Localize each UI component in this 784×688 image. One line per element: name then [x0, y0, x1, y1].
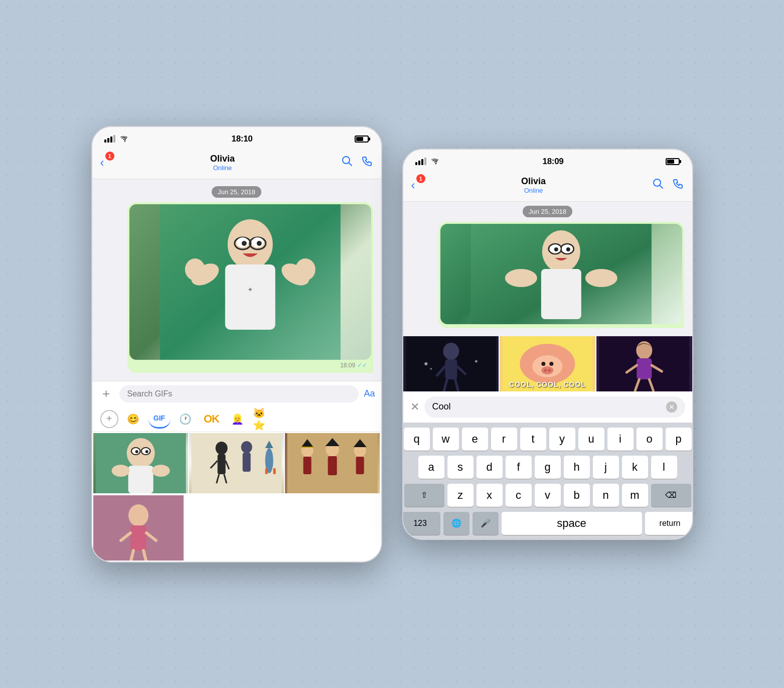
nav-bar-right: ‹ 1 Olivia Online: [403, 172, 692, 202]
key-m[interactable]: m: [622, 484, 648, 507]
wifi-icon: [120, 135, 129, 143]
gif-cell-3[interactable]: [285, 433, 380, 493]
svg-rect-96: [637, 358, 652, 379]
add-tab[interactable]: +: [100, 410, 118, 428]
gif-row-2: [92, 494, 381, 562]
back-button-right[interactable]: ‹ 1: [411, 178, 415, 192]
key-l[interactable]: l: [651, 456, 677, 479]
key-u[interactable]: u: [578, 428, 604, 451]
gif-cell-4[interactable]: [93, 495, 184, 561]
status-right-left: [355, 135, 369, 143]
close-search-button[interactable]: ✕: [410, 400, 419, 414]
back-chevron-icon-right: ‹: [411, 178, 415, 192]
gif-grid-left: [92, 432, 381, 494]
svg-point-75: [443, 343, 459, 360]
key-r[interactable]: r: [491, 428, 517, 451]
key-y[interactable]: y: [549, 428, 575, 451]
key-c[interactable]: c: [506, 484, 532, 507]
status-bar-left: 18:10: [92, 127, 381, 149]
emoji-tab-smiley[interactable]: 😊: [122, 409, 144, 429]
key-g[interactable]: g: [535, 456, 561, 479]
keyboard-row-2: a s d f g h j k l: [405, 456, 690, 479]
svg-rect-40: [265, 468, 267, 474]
svg-rect-41: [273, 468, 275, 474]
key-i[interactable]: i: [607, 428, 634, 451]
delete-key[interactable]: ⌫: [651, 484, 691, 507]
aa-button[interactable]: Aa: [364, 388, 375, 399]
nav-title-right: Olivia Online: [415, 176, 652, 194]
gif-result-1[interactable]: [403, 336, 499, 391]
contact-name-left: Olivia: [104, 154, 341, 164]
key-w[interactable]: w: [433, 428, 459, 451]
key-q[interactable]: q: [404, 428, 430, 451]
key-f[interactable]: f: [506, 456, 532, 479]
search-gif-wrap-right[interactable]: ✕: [424, 396, 685, 418]
clear-search-button[interactable]: ✕: [666, 401, 677, 412]
key-a[interactable]: a: [418, 456, 444, 479]
nav-bar-left: ‹ 1 Olivia Online: [92, 149, 381, 179]
status-bar-right: 18:09: [403, 150, 692, 172]
emoji-tab-gif[interactable]: GIF: [148, 409, 171, 429]
key-p[interactable]: p: [666, 428, 692, 451]
gif-panel-left: + Aa + 😊 GIF 🕐 OK 👱‍♀️ 🐱⭐: [92, 381, 381, 562]
svg-rect-37: [242, 453, 250, 472]
key-j[interactable]: j: [593, 456, 619, 479]
emoji-tab-sticker2[interactable]: 👱‍♀️: [227, 409, 249, 429]
date-badge-left: Jun 25, 2018: [100, 187, 373, 196]
svg-point-21: [111, 465, 129, 477]
search-icon-left[interactable]: [341, 155, 353, 170]
search-gif-input-wrap[interactable]: [119, 385, 359, 402]
search-gif-input[interactable]: [127, 389, 351, 398]
key-v[interactable]: v: [535, 484, 561, 507]
key-d[interactable]: d: [477, 456, 503, 479]
svg-point-73: [566, 247, 570, 251]
return-key[interactable]: return: [645, 512, 693, 535]
emoji-tab-sticker3[interactable]: 🐱⭐: [253, 409, 275, 429]
date-badge-right: Jun 25, 2018: [411, 207, 684, 216]
search-icon-right[interactable]: [652, 178, 664, 193]
globe-key[interactable]: 🌐: [443, 512, 469, 535]
search-gif-input-right[interactable]: [432, 401, 667, 412]
chat-area-right: Jun 25, 2018: [403, 202, 692, 336]
key-o[interactable]: o: [637, 428, 663, 451]
gif-cell-1[interactable]: [93, 433, 188, 493]
back-button-left[interactable]: ‹ 1: [100, 156, 104, 170]
key-k[interactable]: k: [622, 456, 648, 479]
shift-key[interactable]: ⇧: [404, 484, 444, 507]
cool-text-overlay: COOL, COOL, COOL: [509, 380, 586, 388]
message-bubble-right: [438, 222, 684, 328]
key-n[interactable]: n: [593, 484, 619, 507]
nav-actions-left: [341, 155, 373, 170]
key-h[interactable]: h: [564, 456, 590, 479]
chat-area-left: Jun 25, 2018: [92, 179, 381, 381]
wifi-icon-right: [431, 158, 440, 165]
status-time-right: 18:09: [543, 157, 564, 167]
svg-point-8: [185, 258, 205, 281]
status-left-right: [415, 158, 440, 165]
key-t[interactable]: t: [520, 428, 546, 451]
gif-search-panel: COOL, COOL, COOL: [403, 336, 692, 391]
key-x[interactable]: x: [477, 484, 503, 507]
emoji-tab-recent[interactable]: 🕐: [175, 409, 197, 429]
message-bubble-left: ✦ 18:09 ✓✓: [127, 202, 373, 373]
svg-point-16: [257, 241, 262, 246]
svg-point-30: [215, 442, 227, 455]
num-key[interactable]: 123: [402, 512, 440, 535]
emoji-tab-sticker1[interactable]: OK: [201, 409, 223, 429]
emoji-tabs-left: + 😊 GIF 🕐 OK 👱‍♀️ 🐱⭐: [92, 406, 381, 432]
key-z[interactable]: z: [447, 484, 474, 507]
svg-text:✦: ✦: [247, 286, 253, 294]
key-s[interactable]: s: [447, 456, 474, 479]
phone-icon-left[interactable]: [361, 155, 373, 170]
signal-icon: [104, 135, 115, 143]
gif-cell-2[interactable]: [189, 433, 284, 493]
key-b[interactable]: b: [564, 484, 590, 507]
gif-result-3[interactable]: [596, 336, 692, 391]
gif-result-2[interactable]: COOL, COOL, COOL: [500, 336, 595, 391]
phone-icon-right[interactable]: [672, 178, 684, 193]
space-key[interactable]: space: [502, 512, 642, 535]
key-e[interactable]: e: [462, 428, 488, 451]
plus-button[interactable]: +: [98, 386, 114, 401]
gif-results-row: COOL, COOL, COOL: [403, 336, 692, 391]
mic-key[interactable]: 🎤: [473, 512, 499, 535]
